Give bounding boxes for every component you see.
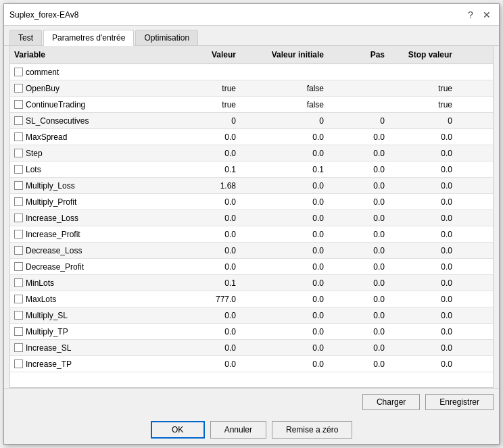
valeur-initiale-cell: false: [240, 82, 328, 95]
row-label: Multiply_SL: [14, 311, 168, 320]
row-checkbox[interactable]: [14, 343, 23, 352]
remise-button[interactable]: Remise a zéro: [272, 421, 352, 439]
valeur-initiale-cell: 0.1: [240, 164, 328, 176]
table-row: Lots0.10.10.00.0: [10, 161, 493, 178]
row-checkbox[interactable]: [14, 262, 23, 271]
variable-name: Step: [26, 149, 43, 158]
pas-cell: [328, 71, 389, 74]
row-checkbox[interactable]: [14, 246, 23, 255]
tab-test[interactable]: Test: [9, 30, 42, 45]
row-checkbox[interactable]: [14, 295, 23, 303]
ok-button[interactable]: OK: [151, 421, 205, 439]
stop-valeur-cell: 0.0: [389, 228, 456, 241]
row-label: MaxSpread: [14, 132, 168, 142]
valeur-initiale-cell: 0.0: [240, 309, 328, 322]
row-label-cell: Lots: [10, 164, 172, 176]
close-button[interactable]: ✕: [480, 8, 494, 22]
table-row: Increase_TP0.00.00.00.0: [10, 356, 493, 372]
pas-cell: 0.0: [328, 212, 389, 224]
row-label-cell: MaxLots: [10, 293, 172, 305]
row-checkbox[interactable]: [14, 116, 23, 125]
valeur-cell: 1.68: [172, 180, 240, 192]
table-body[interactable]: commentOpenBuytruefalsetrueContinueTradi…: [10, 64, 493, 387]
row-checkbox[interactable]: [14, 311, 23, 320]
row-label-cell: Multiply_SL: [10, 309, 172, 322]
pas-cell: 0.0: [328, 309, 389, 322]
row-checkbox[interactable]: [14, 84, 23, 93]
valeur-initiale-cell: 0.0: [240, 293, 328, 305]
stop-valeur-cell: 0.0: [389, 164, 456, 176]
valeur-initiale-cell: false: [240, 99, 328, 111]
tab-optimisation[interactable]: Optimisation: [135, 30, 198, 45]
row-label-cell: comment: [10, 66, 172, 78]
annuler-button[interactable]: Annuler: [210, 421, 266, 439]
row-checkbox[interactable]: [14, 165, 23, 174]
valeur-cell: 0: [172, 115, 240, 127]
row-checkbox[interactable]: [14, 327, 23, 336]
col-valeur: Valeur: [172, 49, 240, 61]
row-label: Decrease_Profit: [14, 262, 168, 272]
row-checkbox[interactable]: [14, 132, 23, 141]
stop-valeur-cell: true: [389, 82, 456, 95]
pas-cell: 0.0: [328, 228, 389, 241]
row-label-cell: SL_Consecutives: [10, 115, 172, 127]
tab-parametres[interactable]: Parametres d'entrée: [43, 30, 134, 46]
stop-valeur-cell: 0.0: [389, 358, 456, 370]
row-label-cell: Increase_Profit: [10, 228, 172, 241]
variable-name: MinLots: [26, 278, 54, 288]
valeur-initiale-cell: 0.0: [240, 261, 328, 273]
row-checkbox[interactable]: [14, 68, 23, 76]
pas-cell: 0.0: [328, 196, 389, 208]
variable-name: Increase_Profit: [26, 230, 80, 239]
row-checkbox[interactable]: [14, 197, 23, 206]
pas-cell: 0.0: [328, 164, 389, 176]
pas-cell: 0.0: [328, 358, 389, 370]
table-row: ContinueTradingtruefalsetrue: [10, 97, 493, 113]
help-button[interactable]: ?: [464, 8, 477, 22]
charger-button[interactable]: Charger: [362, 394, 420, 410]
row-label: SL_Consecutives: [14, 116, 168, 126]
row-checkbox[interactable]: [14, 359, 23, 368]
row-checkbox[interactable]: [14, 230, 23, 239]
pas-cell: 0.0: [328, 147, 389, 159]
col-stop-valeur: Stop valeur: [389, 49, 456, 61]
row-checkbox[interactable]: [14, 181, 23, 190]
valeur-cell: 0.1: [172, 164, 240, 176]
row-label: Lots: [14, 165, 168, 174]
row-checkbox[interactable]: [14, 100, 23, 109]
row-label: MinLots: [14, 278, 168, 288]
row-label: Step: [14, 149, 168, 158]
window-title: Suplex_forex-EAv8: [9, 10, 79, 20]
valeur-cell: 0.0: [172, 309, 240, 322]
table-row: MaxSpread0.00.00.00.0: [10, 129, 493, 145]
variable-name: MaxSpread: [26, 132, 67, 142]
valeur-cell: 0.0: [172, 196, 240, 208]
row-checkbox[interactable]: [14, 278, 23, 287]
col-scroll-header: [456, 49, 469, 61]
stop-valeur-cell: 0.0: [389, 261, 456, 273]
title-bar: Suplex_forex-EAv8 ? ✕: [4, 4, 499, 26]
action-bar: Charger Enregistrer: [4, 388, 499, 416]
valeur-initiale-cell: 0.0: [240, 245, 328, 257]
table-row: Step0.00.00.00.0: [10, 145, 493, 161]
row-checkbox[interactable]: [14, 149, 23, 157]
valeur-initiale-cell: 0.0: [240, 180, 328, 192]
stop-valeur-cell: true: [389, 99, 456, 111]
row-label-cell: Multiply_Loss: [10, 180, 172, 192]
valeur-cell: 0.0: [172, 358, 240, 370]
valeur-cell: 0.0: [172, 212, 240, 224]
pas-cell: 0.0: [328, 326, 389, 338]
variable-name: Multiply_Profit: [26, 197, 76, 207]
valeur-cell: 777.0: [172, 293, 240, 305]
row-label-cell: Step: [10, 147, 172, 159]
row-checkbox[interactable]: [14, 214, 23, 222]
table-row: Increase_Profit0.00.00.00.0: [10, 226, 493, 243]
row-label: comment: [14, 68, 168, 77]
enregistrer-button[interactable]: Enregistrer: [425, 394, 494, 410]
table-row: Multiply_SL0.00.00.00.0: [10, 307, 493, 324]
table-row: comment: [10, 64, 493, 80]
valeur-cell: 0.0: [172, 131, 240, 143]
pas-cell: 0.0: [328, 131, 389, 143]
row-label-cell: Increase_Loss: [10, 212, 172, 224]
row-label: Multiply_TP: [14, 327, 168, 337]
